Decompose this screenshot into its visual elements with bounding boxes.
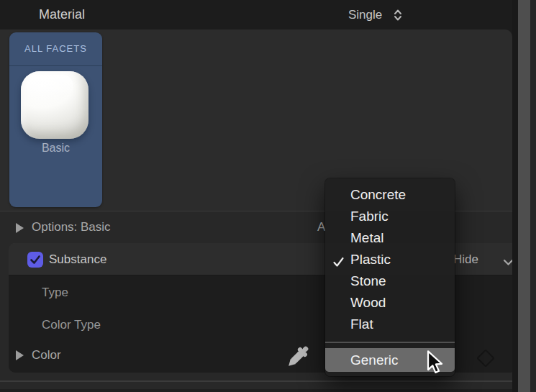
substance-popup-menu: Concrete Fabric Metal Plastic Stone Wood… — [325, 178, 455, 376]
updown-chevrons-icon[interactable] — [393, 8, 403, 25]
disclosure-triangle-icon[interactable] — [16, 223, 24, 233]
material-inspector-panel: Material Single ALL FACETS Basic Options… — [0, 0, 536, 392]
menu-item-fabric[interactable]: Fabric — [325, 206, 455, 227]
menu-item-concrete[interactable]: Concrete — [325, 184, 455, 206]
menu-item-label: Generic — [350, 352, 399, 368]
menu-item-label: Flat — [350, 316, 373, 332]
menu-item-label: Plastic — [350, 252, 391, 267]
menu-item-plastic[interactable]: Plastic — [325, 249, 455, 270]
panel-title: Material — [39, 0, 85, 29]
scrollbar-gutter — [512, 0, 518, 392]
material-mode-select[interactable]: Single — [348, 0, 382, 29]
thumbnail-gloss-highlight — [26, 75, 73, 96]
substance-checkbox[interactable] — [27, 252, 43, 268]
menu-item-label: Stone — [350, 273, 386, 288]
options-row-clipped-value: A — [317, 211, 325, 243]
menu-item-stone[interactable]: Stone — [325, 270, 455, 292]
substance-row-label: Substance — [49, 243, 106, 275]
next-section-edge — [0, 389, 512, 392]
scrollbar-thumb[interactable] — [518, 0, 530, 392]
color-row-label: Color — [32, 339, 61, 371]
material-thumbnail-label: Basic — [9, 142, 102, 155]
menu-item-wood[interactable]: Wood — [325, 292, 455, 314]
menu-item-label: Fabric — [350, 209, 389, 224]
window-right-edge — [530, 0, 536, 392]
facet-group-header: ALL FACETS — [9, 32, 102, 66]
type-row-label: Type — [42, 276, 68, 309]
hide-dropdown[interactable]: Hide — [453, 243, 478, 275]
menu-item-metal[interactable]: Metal — [325, 227, 455, 249]
mouse-cursor-icon — [423, 349, 446, 379]
color-type-row-label: Color Type — [42, 309, 101, 341]
eyedropper-icon[interactable] — [283, 342, 313, 375]
menu-item-label: Wood — [350, 295, 386, 310]
menu-separator — [325, 342, 455, 343]
menu-item-label: Concrete — [350, 187, 406, 202]
options-row-label: Options: Basic — [32, 211, 111, 243]
checkbox-checkmark-icon — [27, 252, 43, 268]
section-divider — [0, 380, 512, 382]
menu-item-flat[interactable]: Flat — [325, 314, 455, 335]
disclosure-triangle-icon[interactable] — [16, 350, 24, 360]
menu-item-label: Metal — [350, 230, 383, 245]
